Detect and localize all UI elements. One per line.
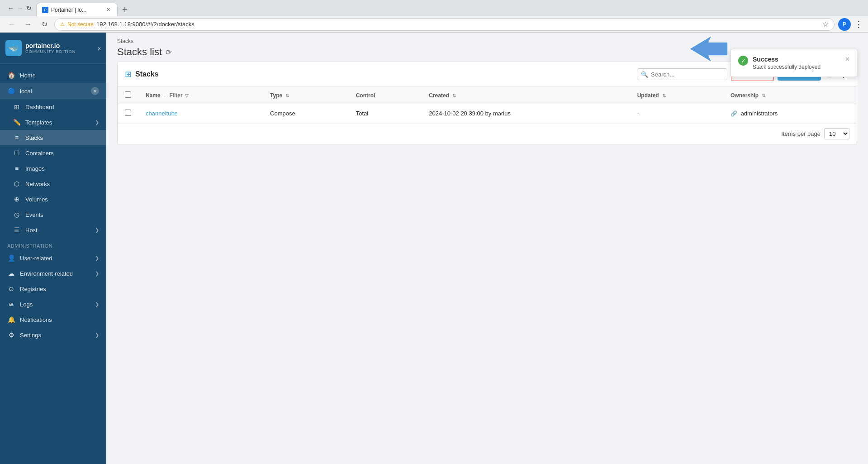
- new-tab-button[interactable]: +: [118, 3, 132, 16]
- browser-more-button[interactable]: ⋮: [854, 19, 863, 29]
- sidebar-item-containers[interactable]: ☐ Containers: [0, 145, 106, 161]
- address-bar[interactable]: ⚠ Not secure 192.168.1.18:9000/#!/2/dock…: [54, 18, 835, 31]
- col-control-label: Control: [356, 92, 375, 99]
- sidebar-nav: 🏠 Home 🔵 local ✕ ⊞ Dashboard ✏️ Template…: [0, 64, 106, 464]
- images-icon: ≡: [13, 165, 21, 172]
- sidebar-item-local[interactable]: 🔵 local ✕: [0, 83, 106, 99]
- search-input[interactable]: [651, 71, 727, 78]
- app-layout: 🐳 portainer.io COMMUNITY EDITION « 🏠 Hom…: [0, 33, 868, 464]
- col-name-label: Name: [146, 92, 161, 99]
- logs-icon: ≋: [7, 301, 15, 308]
- address-bar-row: ← → ↻ ⚠ Not secure 192.168.1.18:9000/#!/…: [0, 16, 868, 33]
- logo-area: 🐳 portainer.io COMMUNITY EDITION: [5, 40, 76, 56]
- col-ownership-header[interactable]: Ownership ⇅: [723, 87, 857, 104]
- settings-chevron-icon: ❯: [95, 332, 99, 338]
- nav-forward[interactable]: →: [22, 18, 34, 31]
- filter-icon[interactable]: ▽: [185, 93, 189, 98]
- browser-back[interactable]: ←: [7, 5, 14, 12]
- ownership-value: administrators: [741, 110, 778, 117]
- breadcrumb: Stacks: [117, 38, 857, 44]
- updated-sort-icon: ⇅: [662, 93, 666, 98]
- sidebar-item-settings[interactable]: ⚙ Settings ❯: [0, 327, 106, 343]
- environment-related-icon: ☁: [7, 270, 15, 277]
- sidebar-item-home[interactable]: 🏠 Home: [0, 67, 106, 83]
- sidebar-events-label: Events: [25, 211, 99, 218]
- home-icon: 🏠: [7, 72, 15, 79]
- sidebar-registries-label: Registries: [20, 286, 99, 292]
- sidebar-logs-label: Logs: [20, 301, 90, 308]
- host-icon: ☰: [13, 226, 21, 234]
- sidebar-item-stacks[interactable]: ≡ Stacks: [0, 130, 106, 145]
- items-per-page-label: Items per page: [781, 130, 821, 137]
- sidebar-item-dashboard[interactable]: ⊞ Dashboard: [0, 99, 106, 115]
- env-close-button[interactable]: ✕: [91, 87, 99, 95]
- col-type-header[interactable]: Type ⇅: [263, 87, 349, 104]
- row-type-cell: Compose: [263, 104, 349, 123]
- name-sort-icon: ↓: [164, 93, 166, 98]
- user-related-chevron-icon: ❯: [95, 255, 99, 261]
- sidebar-volumes-label: Volumes: [25, 196, 99, 203]
- col-updated-label: Updated: [637, 92, 659, 99]
- col-name-header[interactable]: Name ↓ Filter ▽: [138, 87, 263, 104]
- admin-section-label: Administration: [0, 238, 106, 250]
- sidebar-collapse-button[interactable]: «: [97, 44, 101, 52]
- col-control-header: Control: [349, 87, 422, 104]
- filter-label: Filter: [169, 92, 182, 99]
- sidebar-item-templates[interactable]: ✏️ Templates ❯: [0, 115, 106, 130]
- logo-name: portainer.io: [25, 42, 76, 49]
- row-updated-cell: -: [630, 104, 723, 123]
- bookmark-icon[interactable]: ☆: [822, 20, 829, 29]
- stacks-panel-icon: ⊞: [125, 69, 132, 79]
- sidebar-notifications-label: Notifications: [20, 316, 99, 323]
- select-all-checkbox[interactable]: [125, 91, 131, 98]
- sidebar-item-environment-related[interactable]: ☁ Environment-related ❯: [0, 266, 106, 281]
- pagination-footer: Items per page 10 25 50 100: [118, 123, 857, 144]
- col-created-header[interactable]: Created ⇅: [422, 87, 630, 104]
- row-checkbox[interactable]: [125, 110, 131, 116]
- sidebar-item-logs[interactable]: ≋ Logs ❯: [0, 297, 106, 312]
- search-box[interactable]: 🔍 ✕: [637, 68, 727, 80]
- browser-forward[interactable]: →: [16, 5, 24, 12]
- nav-reload[interactable]: ↻: [38, 18, 51, 31]
- sidebar-logo: 🐳 portainer.io COMMUNITY EDITION «: [0, 33, 106, 64]
- ownership-icon: 🔗: [730, 110, 737, 117]
- main-content: Stacks Stacks list ⟳ ⊞ Stacks 🔍 ✕: [106, 33, 868, 464]
- table-row: channeltube Compose Total 2024-10-02 20:…: [118, 104, 857, 123]
- sidebar-item-networks[interactable]: ⬡ Networks: [0, 176, 106, 191]
- success-toast: ✓ Success Stack successfully deployed ×: [730, 49, 857, 77]
- row-check-cell: [118, 104, 138, 123]
- browser-reload[interactable]: ↻: [25, 5, 33, 12]
- sidebar-networks-label: Networks: [25, 181, 99, 187]
- refresh-icon[interactable]: ⟳: [166, 48, 171, 57]
- col-updated-header[interactable]: Updated ⇅: [630, 87, 723, 104]
- tab-close-button[interactable]: ✕: [104, 6, 112, 14]
- page-title-text: Stacks list: [117, 46, 162, 58]
- dashboard-icon: ⊞: [13, 103, 21, 110]
- stack-name-link[interactable]: channeltube: [146, 110, 178, 117]
- nav-back[interactable]: ←: [5, 18, 18, 31]
- browser-tab-active[interactable]: P Portainer | lo... ✕: [36, 3, 118, 16]
- search-icon: 🔍: [641, 71, 648, 78]
- user-related-icon: 👤: [7, 254, 15, 262]
- tab-favicon: P: [42, 7, 48, 13]
- settings-icon: ⚙: [7, 331, 15, 339]
- sidebar-images-label: Images: [25, 165, 99, 172]
- sidebar-host-label: Host: [25, 227, 90, 234]
- sidebar-item-host[interactable]: ☰ Host ❯: [0, 222, 106, 238]
- logo-text: portainer.io COMMUNITY EDITION: [25, 42, 76, 54]
- sidebar-item-volumes[interactable]: ⊕ Volumes: [0, 191, 106, 207]
- sidebar-item-events[interactable]: ◷ Events: [0, 207, 106, 222]
- col-type-label: Type: [270, 92, 282, 99]
- sidebar-item-user-related[interactable]: 👤 User-related ❯: [0, 250, 106, 266]
- sidebar-containers-label: Containers: [25, 150, 99, 157]
- toast-close-button[interactable]: ×: [845, 56, 849, 63]
- table-header: Name ↓ Filter ▽ Type ⇅ Control: [118, 87, 857, 104]
- sidebar-item-registries[interactable]: ⊙ Registries: [0, 281, 106, 297]
- profile-button[interactable]: P: [838, 18, 851, 31]
- items-per-page-select[interactable]: 10 25 50 100: [824, 128, 849, 139]
- col-ownership-label: Ownership: [730, 92, 759, 99]
- table-header-row: Name ↓ Filter ▽ Type ⇅ Control: [118, 87, 857, 104]
- sidebar-item-images[interactable]: ≡ Images: [0, 161, 106, 176]
- tab-bar: ← → ↻ P Portainer | lo... ✕ +: [0, 0, 868, 16]
- sidebar-item-notifications[interactable]: 🔔 Notifications: [0, 312, 106, 327]
